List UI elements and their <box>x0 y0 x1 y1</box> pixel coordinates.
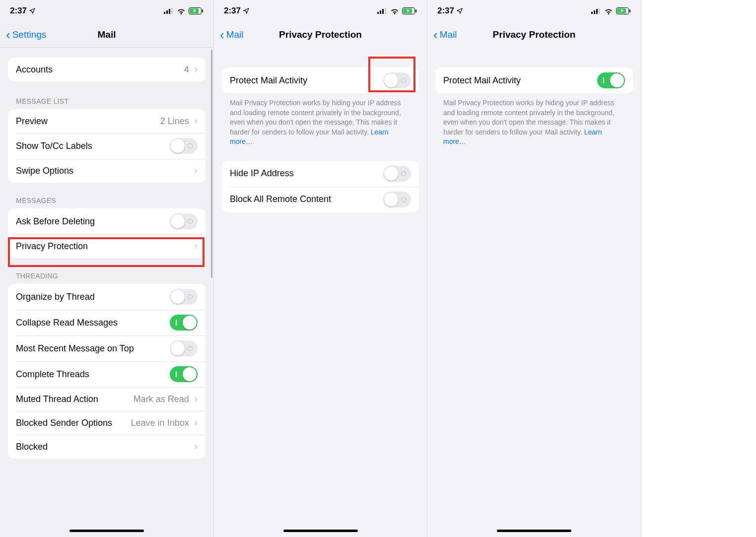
svg-rect-6 <box>202 9 203 12</box>
row-swipe-options[interactable]: Swipe Options › <box>8 159 206 183</box>
battery-icon <box>402 7 417 14</box>
status-bar: 2:37 <box>0 0 213 22</box>
scroll-indicator <box>211 50 212 278</box>
row-muted-action[interactable]: Muted Thread Action Mark as Read › <box>8 387 206 411</box>
screen-mail-settings: 2:37 ‹ Settings Mail Accounts <box>0 0 214 537</box>
toggle-collapse-read[interactable] <box>170 315 198 331</box>
svg-rect-14 <box>591 12 593 14</box>
footer-description: Mail Privacy Protection works by hiding … <box>435 93 633 147</box>
home-indicator <box>283 530 358 532</box>
toggle-complete-threads[interactable] <box>170 366 198 382</box>
svg-rect-13 <box>415 9 416 12</box>
back-button[interactable]: ‹ Settings <box>4 26 48 43</box>
svg-rect-17 <box>599 8 600 14</box>
screen-privacy-off: 2:37 ‹ Mail Privacy Protection Pr <box>214 0 427 537</box>
toggle-protect-mail[interactable] <box>597 72 625 88</box>
nav-bar: ‹ Mail Privacy Protection <box>427 22 641 48</box>
row-hide-ip[interactable]: Hide IP Address <box>222 161 419 187</box>
row-block-remote[interactable]: Block All Remote Content <box>222 187 419 212</box>
battery-icon <box>189 7 204 14</box>
row-protect-mail[interactable]: Protect Mail Activity <box>435 67 633 93</box>
chevron-right-icon: › <box>194 116 198 127</box>
nav-bar: ‹ Mail Privacy Protection <box>214 22 427 48</box>
back-label: Settings <box>12 29 47 40</box>
section-header: MESSAGES <box>8 194 206 208</box>
chevron-right-icon: › <box>194 64 198 75</box>
row-label: Hide IP Address <box>230 168 383 179</box>
row-preview[interactable]: Preview 2 Lines › <box>8 109 206 133</box>
toggle-organize-by-thread[interactable] <box>170 289 198 305</box>
toggle-ask-before-deleting[interactable] <box>170 213 198 229</box>
battery-icon <box>616 7 631 14</box>
back-button[interactable]: ‹ Mail <box>218 26 246 43</box>
row-label: Swipe Options <box>16 166 194 176</box>
svg-rect-16 <box>596 9 598 14</box>
toggle-most-recent-top[interactable] <box>170 340 198 356</box>
row-label: Protect Mail Activity <box>443 75 597 86</box>
status-bar: 2:37 <box>214 0 427 22</box>
svg-rect-7 <box>377 12 379 14</box>
row-label: Blocked <box>16 442 194 452</box>
row-label: Ask Before Deleting <box>16 216 170 227</box>
toggle-hide-ip[interactable] <box>383 166 411 182</box>
wifi-icon <box>604 8 613 14</box>
page-title: Privacy Protection <box>427 29 641 40</box>
status-time: 2:37 <box>224 6 241 16</box>
row-organize-by-thread[interactable]: Organize by Thread <box>8 284 206 310</box>
row-label: Privacy Protection <box>16 241 194 252</box>
settings-list: Protect Mail Activity Mail Privacy Prote… <box>427 48 641 167</box>
chevron-right-icon: › <box>194 417 198 428</box>
cellular-icon <box>377 8 387 14</box>
chevron-right-icon: › <box>194 394 198 404</box>
screen-privacy-on: 2:37 ‹ Mail Privacy Protection Pr <box>427 0 641 537</box>
row-label: Show To/Cc Labels <box>16 141 170 151</box>
row-accounts[interactable]: Accounts 4 › <box>8 58 206 81</box>
svg-rect-1 <box>166 10 168 14</box>
chevron-left-icon: ‹ <box>433 28 438 41</box>
row-blocked[interactable]: Blocked › <box>8 435 206 459</box>
svg-rect-20 <box>629 9 630 12</box>
wifi-icon <box>390 8 399 14</box>
toggle-protect-mail[interactable] <box>383 72 411 88</box>
row-label: Most Recent Message on Top <box>16 343 170 354</box>
nav-bar: ‹ Settings Mail <box>0 22 213 48</box>
svg-rect-15 <box>594 10 595 14</box>
row-most-recent-top[interactable]: Most Recent Message on Top <box>8 336 206 361</box>
row-protect-mail[interactable]: Protect Mail Activity <box>222 67 419 93</box>
settings-list: Accounts 4 › MESSAGE LIST Preview 2 Line… <box>0 48 213 478</box>
chevron-right-icon: › <box>194 241 198 252</box>
row-label: Protect Mail Activity <box>230 75 383 86</box>
row-label: Collapse Read Messages <box>16 318 170 328</box>
location-icon <box>243 7 250 14</box>
svg-rect-9 <box>382 9 384 14</box>
row-collapse-read[interactable]: Collapse Read Messages <box>8 310 206 336</box>
settings-list: Protect Mail Activity Mail Privacy Prote… <box>214 48 427 232</box>
toggle-show-tocc[interactable] <box>170 138 198 154</box>
home-indicator <box>497 530 571 532</box>
status-time: 2:37 <box>10 6 27 16</box>
back-button[interactable]: ‹ Mail <box>431 26 459 43</box>
location-icon <box>456 7 463 14</box>
row-value: 4 <box>184 65 189 75</box>
home-indicator <box>69 530 144 532</box>
footer-description: Mail Privacy Protection works by hiding … <box>222 93 419 147</box>
section-header: THREADING <box>8 269 206 284</box>
toggle-block-remote[interactable] <box>383 192 411 207</box>
row-blocked-sender[interactable]: Blocked Sender Options Leave in Inbox › <box>8 411 206 435</box>
row-complete-threads[interactable]: Complete Threads <box>8 361 206 387</box>
chevron-left-icon: ‹ <box>6 28 10 41</box>
row-privacy-protection[interactable]: Privacy Protection › <box>8 234 206 258</box>
row-label: Preview <box>16 116 160 127</box>
row-value: Leave in Inbox <box>131 418 189 428</box>
svg-rect-0 <box>164 12 165 14</box>
chevron-right-icon: › <box>194 165 198 176</box>
back-label: Mail <box>226 29 244 40</box>
row-value: Mark as Read <box>134 394 189 404</box>
row-ask-before-deleting[interactable]: Ask Before Deleting <box>8 208 206 234</box>
chevron-left-icon: ‹ <box>220 28 224 41</box>
svg-rect-10 <box>385 8 386 14</box>
row-show-tocc[interactable]: Show To/Cc Labels <box>8 133 206 159</box>
back-label: Mail <box>440 29 457 40</box>
svg-rect-3 <box>171 8 173 14</box>
status-time: 2:37 <box>437 6 454 16</box>
